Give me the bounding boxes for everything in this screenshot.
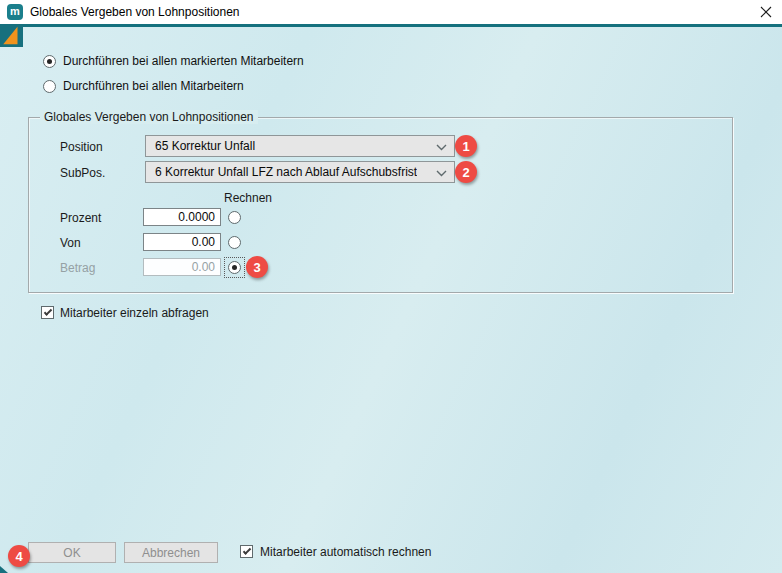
dialog-content-background <box>0 27 782 573</box>
von-input[interactable] <box>143 233 221 251</box>
prozent-rechnen-radio[interactable] <box>228 211 241 224</box>
scope-option-label: Durchführen bei allen Mitarbeitern <box>63 79 244 93</box>
prozent-input[interactable] <box>143 208 221 226</box>
app-icon: m <box>7 4 23 20</box>
close-icon <box>760 6 772 18</box>
betrag-label: Betrag <box>60 261 95 275</box>
von-rechnen-radio[interactable] <box>228 236 241 249</box>
scope-option-all-employees[interactable]: Durchführen bei allen Mitarbeitern <box>43 79 244 93</box>
automatisch-rechnen-label: Mitarbeiter automatisch rechnen <box>260 545 431 559</box>
annotation-badge-4: 4 <box>8 545 30 567</box>
annotation-badge-2: 2 <box>455 161 477 183</box>
close-button[interactable] <box>756 3 776 21</box>
subpos-dropdown[interactable]: 6 Korrektur Unfall LFZ nach Ablauf Aufsc… <box>145 161 455 183</box>
automatisch-rechnen-checkbox[interactable] <box>240 545 253 558</box>
groupbox-title: Globales Vergeben von Lohnpositionen <box>40 110 258 124</box>
title-bar: m Globales Vergeben von Lohnpositionen <box>0 0 782 24</box>
chevron-down-icon <box>436 170 447 177</box>
position-dropdown[interactable]: 65 Korrektur Unfall <box>145 135 455 157</box>
scope-option-marked-employees[interactable]: Durchführen bei allen markierten Mitarbe… <box>43 54 304 68</box>
subpos-label: SubPos. <box>60 166 105 180</box>
scope-option-label: Durchführen bei allen markierten Mitarbe… <box>63 54 304 68</box>
radio-selected-icon <box>43 55 56 68</box>
einzeln-abfragen-checkbox[interactable] <box>41 306 54 319</box>
einzeln-abfragen-label: Mitarbeiter einzeln abfragen <box>60 306 209 320</box>
corner-decoration <box>0 24 23 47</box>
chevron-down-icon <box>436 144 447 151</box>
dialog-window: m Globales Vergeben von Lohnpositionen D… <box>0 0 782 573</box>
betrag-rechnen-radio[interactable] <box>228 261 241 274</box>
von-label: Von <box>60 236 81 250</box>
ok-button[interactable]: OK <box>28 542 116 563</box>
annotation-badge-3: 3 <box>246 256 268 278</box>
betrag-input <box>143 258 221 276</box>
corner-fold-icon <box>0 24 23 47</box>
subpos-dropdown-value: 6 Korrektur Unfall LFZ nach Ablauf Aufsc… <box>155 165 417 179</box>
prozent-label: Prozent <box>60 211 101 225</box>
cancel-button[interactable]: Abbrechen <box>124 542 218 563</box>
checkmark-icon <box>43 307 51 315</box>
annotation-badge-1: 1 <box>455 135 477 157</box>
checkmark-icon <box>242 546 250 554</box>
radio-unselected-icon <box>43 80 56 93</box>
rechnen-header: Rechnen <box>224 191 272 205</box>
position-label: Position <box>60 140 103 154</box>
window-title: Globales Vergeben von Lohnpositionen <box>30 5 240 19</box>
position-dropdown-value: 65 Korrektur Unfall <box>155 139 255 153</box>
